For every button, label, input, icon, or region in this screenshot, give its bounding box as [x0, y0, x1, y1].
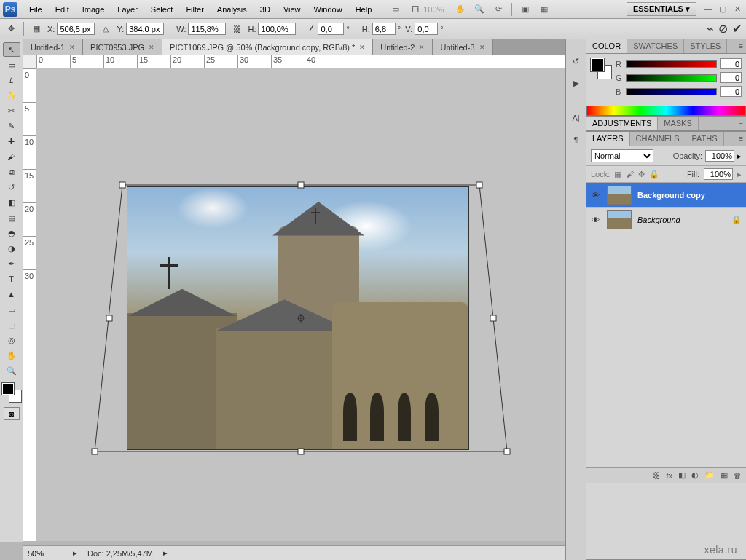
brush-tool[interactable]: 🖌: [3, 149, 20, 164]
opacity-input[interactable]: [705, 150, 734, 162]
canvas[interactable]: [36, 68, 565, 541]
ruler-origin[interactable]: [23, 55, 36, 68]
layers-tab[interactable]: LAYERS: [586, 132, 630, 146]
masks-tab[interactable]: MASKS: [658, 117, 699, 130]
layer-name[interactable]: Background: [635, 216, 731, 224]
eyedropper-tool[interactable]: ✎: [3, 119, 20, 133]
warp-mode-icon[interactable]: ⌁: [707, 22, 714, 36]
menu-view[interactable]: View: [278, 2, 307, 17]
lock-transparent-icon[interactable]: ▦: [614, 170, 621, 179]
channels-tab[interactable]: CHANNELS: [630, 132, 686, 146]
lock-pixels-icon[interactable]: 🖌: [626, 170, 634, 178]
menu-help[interactable]: Help: [350, 2, 378, 17]
blur-tool[interactable]: ◓: [3, 226, 20, 240]
layer-name[interactable]: Background copy: [635, 191, 746, 200]
zoom-input[interactable]: [28, 549, 63, 558]
zoom-tool[interactable]: 🔍: [3, 363, 20, 378]
workspace-switcher[interactable]: ESSENTIALS ▾: [627, 2, 696, 16]
delete-layer-icon[interactable]: 🗑: [734, 471, 742, 480]
layer-thumbnail[interactable]: [607, 210, 632, 229]
cancel-transform-icon[interactable]: ⊘: [718, 22, 728, 36]
close-icon[interactable]: ✕: [731, 4, 743, 14]
menu-file[interactable]: File: [23, 2, 48, 17]
color-tab[interactable]: COLOR: [586, 39, 627, 53]
tab-close-icon[interactable]: ✕: [479, 44, 485, 51]
link-wh-icon[interactable]: ⛓: [230, 23, 243, 36]
hskew-input[interactable]: [372, 23, 396, 35]
magic-wand-tool[interactable]: ✨: [3, 88, 20, 103]
horizontal-ruler[interactable]: 0510152025303540: [36, 55, 565, 68]
menu-edit[interactable]: Edit: [50, 2, 75, 17]
document-tab[interactable]: Untitled-3✕: [433, 39, 492, 55]
healing-brush-tool[interactable]: ✚: [3, 134, 20, 149]
visibility-toggle-icon[interactable]: 👁: [586, 191, 604, 200]
layer-row[interactable]: 👁 Background copy: [586, 183, 746, 208]
layer-row[interactable]: 👁 Background 🔒: [586, 208, 746, 232]
character-panel-icon[interactable]: A|: [569, 111, 584, 125]
zoom-tool-icon[interactable]: 🔍: [472, 2, 487, 17]
chevron-right-icon[interactable]: ▸: [163, 548, 168, 558]
visibility-toggle-icon[interactable]: 👁: [586, 216, 604, 224]
fill-input[interactable]: [704, 168, 733, 180]
chevron-right-icon[interactable]: ▸: [737, 151, 742, 161]
minimize-icon[interactable]: —: [702, 4, 714, 14]
b-slider[interactable]: [626, 88, 717, 95]
view-extras-icon[interactable]: 🎞: [407, 2, 422, 17]
quick-mask-toggle[interactable]: ◙: [4, 407, 20, 420]
vertical-ruler[interactable]: 051015202530: [23, 68, 36, 541]
lasso-tool[interactable]: 𝘓: [3, 73, 20, 87]
shape-tool[interactable]: ▭: [3, 302, 20, 317]
panel-menu-icon[interactable]: ≡: [739, 134, 743, 143]
menu-window[interactable]: Window: [308, 2, 348, 17]
layer-thumbnail[interactable]: [607, 186, 632, 205]
paragraph-panel-icon[interactable]: ¶: [569, 133, 584, 147]
history-panel-icon[interactable]: ↺: [569, 54, 584, 68]
menu-analysis[interactable]: Analysis: [211, 2, 253, 17]
menu-select[interactable]: Select: [145, 2, 179, 17]
launch-bridge-icon[interactable]: ▭: [388, 2, 403, 17]
3d-camera-tool[interactable]: ◎: [3, 333, 20, 347]
layer-mask-icon[interactable]: ◧: [678, 470, 686, 480]
image-content[interactable]: [127, 186, 469, 450]
color-spectrum[interactable]: [586, 106, 746, 116]
new-layer-icon[interactable]: ▦: [721, 470, 728, 480]
h-input[interactable]: [258, 23, 296, 35]
arrange-docs-icon[interactable]: ▦: [537, 2, 551, 17]
rotate-view-icon[interactable]: ⟳: [491, 2, 506, 17]
delta-icon[interactable]: △: [99, 23, 112, 36]
adjustments-tab[interactable]: ADJUSTMENTS: [586, 117, 658, 130]
screen-mode-icon[interactable]: ▣: [518, 2, 533, 17]
pen-tool[interactable]: ✒: [3, 256, 20, 271]
hand-tool-icon[interactable]: ✋: [453, 2, 468, 17]
3d-tool[interactable]: ⬚: [3, 318, 20, 332]
maximize-icon[interactable]: ▢: [717, 4, 729, 14]
w-input[interactable]: [188, 23, 226, 35]
clone-stamp-tool[interactable]: ⧉: [3, 165, 20, 179]
tab-close-icon[interactable]: ✕: [149, 44, 154, 51]
color-picker-swatch[interactable]: [591, 58, 611, 79]
transform-tool-icon[interactable]: ✥: [4, 23, 17, 36]
actions-panel-icon[interactable]: ▶: [569, 76, 584, 90]
g-value-input[interactable]: [720, 72, 742, 83]
marquee-tool[interactable]: ▭: [3, 58, 20, 72]
history-brush-tool[interactable]: ↺: [3, 180, 20, 194]
menu-layer[interactable]: Layer: [111, 2, 144, 17]
foreground-color-swatch[interactable]: [2, 383, 14, 395]
dodge-tool[interactable]: ◑: [3, 241, 20, 256]
panel-menu-icon[interactable]: ≡: [739, 119, 743, 127]
menu-filter[interactable]: Filter: [180, 2, 209, 17]
panel-menu-icon[interactable]: ≡: [739, 42, 743, 50]
y-input[interactable]: [126, 23, 164, 35]
lock-all-icon[interactable]: 🔒: [649, 170, 659, 179]
lock-position-icon[interactable]: ✥: [638, 170, 645, 179]
move-tool[interactable]: ↖: [3, 42, 20, 57]
blend-mode-select[interactable]: Normal: [591, 149, 653, 162]
angle-input[interactable]: [318, 23, 344, 35]
color-swatches[interactable]: [2, 383, 21, 402]
tab-close-icon[interactable]: ✕: [359, 44, 365, 51]
crop-tool[interactable]: ✂: [3, 103, 20, 118]
layer-group-icon[interactable]: 📁: [704, 470, 715, 480]
reference-point-icon[interactable]: ▦: [30, 23, 43, 36]
path-selection-tool[interactable]: ▲: [3, 287, 20, 301]
g-slider[interactable]: [626, 74, 717, 82]
